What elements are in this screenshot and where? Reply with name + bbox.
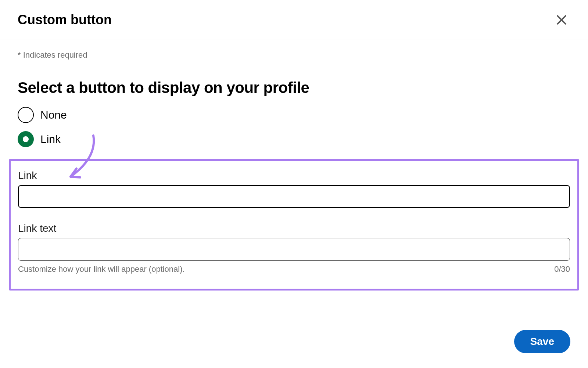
link-text-label: Link text <box>18 223 570 234</box>
link-url-field-group: Link <box>18 170 570 208</box>
required-indicator-note: * Indicates required <box>18 50 570 60</box>
link-url-label: Link <box>18 170 570 181</box>
radio-label-none: None <box>40 109 67 121</box>
close-icon <box>555 13 568 26</box>
link-text-helper: Customize how your link will appear (opt… <box>18 264 185 274</box>
link-text-input[interactable] <box>18 238 570 261</box>
radio-inner-dot-icon <box>23 136 29 142</box>
radio-option-link[interactable]: Link <box>18 131 570 147</box>
radio-unchecked-icon <box>18 107 34 123</box>
radio-label-link: Link <box>40 133 61 145</box>
modal-header: Custom button <box>0 0 588 40</box>
close-button[interactable] <box>553 11 570 29</box>
section-heading: Select a button to display on your profi… <box>18 79 570 97</box>
radio-option-none[interactable]: None <box>18 107 570 123</box>
button-type-radio-group: None Link <box>18 107 570 147</box>
save-button[interactable]: Save <box>514 330 570 353</box>
radio-checked-icon <box>18 131 34 147</box>
link-text-field-group: Link text Customize how your link will a… <box>18 223 570 274</box>
modal-title: Custom button <box>18 12 112 28</box>
link-url-input[interactable] <box>18 185 570 208</box>
link-text-helper-row: Customize how your link will appear (opt… <box>18 264 570 274</box>
link-fields-highlight-box: Link Link text Customize how your link w… <box>9 159 579 291</box>
link-text-counter: 0/30 <box>554 264 570 274</box>
custom-button-modal: Custom button * Indicates required Selec… <box>0 0 588 368</box>
modal-body: * Indicates required Select a button to … <box>0 40 588 326</box>
modal-footer: Save <box>0 326 588 368</box>
